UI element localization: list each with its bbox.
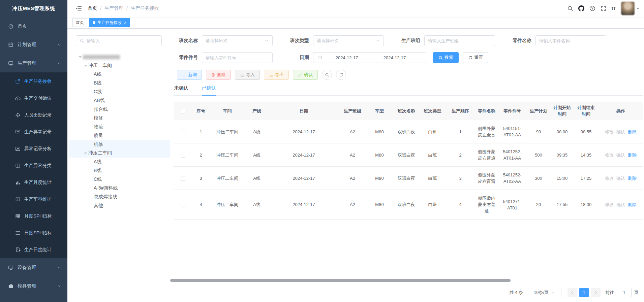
github-icon[interactable] (578, 5, 584, 11)
tree-search-input[interactable] (87, 38, 158, 43)
row-op-confirm[interactable]: 确认 (616, 176, 625, 181)
row-checkbox[interactable] (181, 130, 185, 134)
sidebar-item-2[interactable]: 生产管理 (0, 54, 67, 72)
primary-action-button[interactable]: 新增 (177, 70, 202, 80)
row-op-confirm[interactable]: 确认 (616, 129, 625, 134)
prev-page-button[interactable] (568, 288, 577, 297)
row-op-delete[interactable]: 删除 (628, 176, 637, 181)
sidebar-subitem-label: 生产月度统计 (24, 179, 52, 186)
tree-caret-icon[interactable] (78, 54, 83, 60)
sidebar-subitem-10[interactable]: 生产日度统计 (0, 241, 67, 258)
tab-confirmed[interactable]: 已确认 (202, 86, 216, 96)
sidebar-item-0[interactable]: 首页 (0, 17, 67, 35)
row-op-delete[interactable]: 删除 (628, 202, 637, 207)
search-button[interactable]: 搜索 (433, 52, 459, 63)
goto-page-input[interactable] (617, 288, 632, 297)
tree-caret-icon[interactable] (83, 150, 88, 156)
row-checkbox[interactable] (181, 153, 185, 158)
row-checkbox[interactable] (181, 176, 185, 181)
table-cell: 双班白夜 (393, 167, 420, 190)
row-op-edit[interactable]: 修改 (605, 153, 614, 158)
tree-node-root[interactable] (69, 53, 170, 61)
toolbar-search-button[interactable] (322, 70, 332, 80)
sidebar-item-label: 模具管理 (18, 283, 36, 289)
close-icon[interactable]: × (124, 21, 127, 25)
next-page-button[interactable] (591, 288, 601, 297)
page-size-select[interactable]: 10条/页 (528, 288, 561, 297)
tree-node-模修[interactable]: 模修 (69, 114, 170, 123)
tag-current[interactable]: 生产任务接收 × (89, 18, 130, 27)
date-range-picker[interactable]: 2024-12-17 - 2024-12-17 (313, 52, 426, 63)
row-op-delete[interactable]: 删除 (628, 153, 637, 158)
shift-name-select[interactable]: 请选择班次 (202, 35, 273, 46)
font-size-icon[interactable]: tT (612, 5, 616, 11)
tree-node-物流[interactable]: 物流 (69, 123, 170, 131)
sidebar-subitem-8[interactable]: 月度SPH指标 (0, 208, 67, 225)
sidebar-subitem-9[interactable]: 日度SPH指标 (0, 225, 67, 241)
sidebar-item-1[interactable]: 计划管理 (0, 35, 67, 54)
part-name-input[interactable] (539, 38, 603, 43)
tree-node-C线[interactable]: C线 (69, 88, 170, 96)
tree-node-总成焊接线[interactable]: 总成焊接线 (69, 193, 170, 201)
search-icon[interactable] (567, 5, 573, 11)
tree-node-机修[interactable]: 机修 (69, 140, 170, 149)
sidebar-subitem-5[interactable]: 生产异常分类 (0, 157, 67, 174)
horizontal-scrollbar[interactable] (170, 279, 511, 282)
row-checkbox[interactable] (181, 203, 185, 207)
tab-unconfirmed[interactable]: 未确认 (174, 86, 188, 95)
breadcrumb-home[interactable]: 首页 (88, 5, 97, 11)
part-no-input[interactable] (206, 55, 269, 60)
tree-node-AB线[interactable]: AB线 (69, 96, 170, 105)
breadcrumb-item-production[interactable]: 生产管理 (104, 5, 123, 11)
user-menu[interactable] (621, 2, 639, 15)
team-input[interactable] (428, 38, 491, 43)
sidebar-subitem-7[interactable]: 生产车型维护 (0, 191, 67, 208)
date-end-value[interactable]: 2024-12-17 (375, 55, 415, 60)
sidebar-item-4[interactable]: 模具管理 (0, 277, 67, 295)
row-op-confirm[interactable]: 确认 (616, 153, 625, 158)
tree-node-扣合线[interactable]: 扣合线 (69, 105, 170, 114)
tree-node-C线[interactable]: C线 (69, 175, 170, 184)
tree-node-B线[interactable]: B线 (69, 79, 170, 88)
sidebar-subitem-3[interactable]: 生产异常记录 (0, 124, 67, 140)
row-op-delete[interactable]: 删除 (628, 129, 637, 134)
warning-action-button[interactable]: 导出 (264, 70, 289, 80)
info-action-button[interactable]: 导入 (235, 70, 260, 80)
date-start-value[interactable]: 2024-12-17 (327, 55, 367, 60)
tree-node-A-5#落料线[interactable]: A-5#落料线 (69, 184, 170, 193)
row-op-edit[interactable]: 修改 (605, 176, 614, 181)
tree-node-其他[interactable]: 其他 (69, 201, 170, 210)
tree-node-冲压一车间[interactable]: 冲压一车间 (69, 61, 170, 70)
tree-node-质量[interactable]: 质量 (69, 131, 170, 140)
chevron-down-icon (57, 284, 61, 288)
tree-node-A线[interactable]: A线 (69, 70, 170, 79)
reset-button[interactable]: 重置 (463, 52, 488, 63)
toolbar-refresh-button[interactable] (336, 70, 346, 80)
row-op-edit[interactable]: 修改 (605, 129, 614, 134)
sidebar-subitem-4[interactable]: 异常记录分析 (0, 140, 67, 157)
sidebar-subitem-1[interactable]: 生产交付确认 (0, 90, 67, 107)
success-action-button[interactable]: 确认 (293, 70, 318, 80)
fullscreen-icon[interactable] (601, 5, 607, 11)
tree-node-A线[interactable]: A线 (69, 158, 170, 166)
page-number-1[interactable]: 1 (579, 288, 589, 297)
sidebar-subitem-6[interactable]: 生产月度统计 (0, 174, 67, 191)
danger-action-button[interactable]: 删除 (206, 70, 231, 80)
avatar[interactable] (621, 2, 635, 15)
date-separator: - (367, 55, 375, 60)
table-cell: 侧围外蒙皮右盲窗 (476, 167, 498, 190)
sidebar-subitem-0[interactable]: 生产任务接收 (0, 73, 67, 90)
row-op-edit[interactable]: 修改 (605, 202, 614, 207)
row-op-confirm[interactable]: 确认 (616, 202, 625, 207)
sidebar-subitem-label: 生产任务接收 (24, 78, 52, 85)
help-icon[interactable] (589, 5, 595, 11)
hamburger-icon[interactable] (75, 5, 82, 12)
tag-home[interactable]: 首页 (72, 18, 87, 27)
tree-node-冲压二车间[interactable]: 冲压二车间 (69, 149, 170, 158)
sidebar-item-3[interactable]: 设备管理 (0, 258, 67, 277)
sidebar-subitem-2[interactable]: 人员出勤记录 (0, 107, 67, 124)
tree-caret-icon[interactable] (83, 63, 88, 68)
tree-node-B线[interactable]: B线 (69, 166, 170, 175)
select-all-checkbox[interactable] (181, 109, 185, 113)
shift-type-select[interactable]: 请选择班次 (313, 35, 384, 46)
